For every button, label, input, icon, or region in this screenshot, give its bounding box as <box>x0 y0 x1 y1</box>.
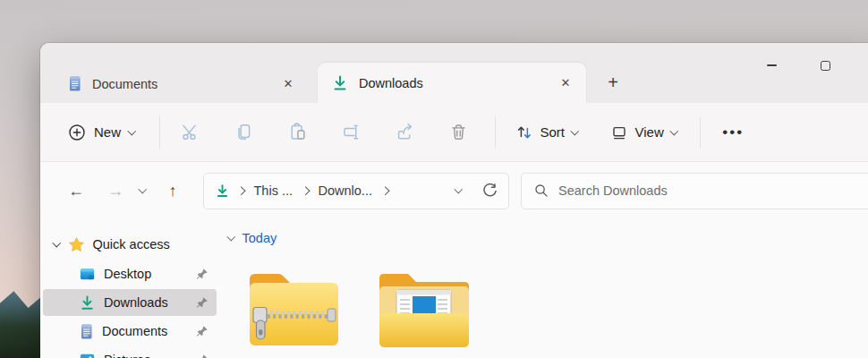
file-list-panel: Today <box>219 219 868 358</box>
maximize-icon <box>821 61 830 71</box>
downloads-icon <box>331 74 349 92</box>
pictures-icon <box>79 352 96 358</box>
maximize-button[interactable] <box>804 51 847 80</box>
chevron-down-icon <box>571 126 579 134</box>
sort-arrows-icon <box>515 124 533 141</box>
pin-icon[interactable] <box>196 296 208 309</box>
sort-button-label: Sort <box>540 124 566 140</box>
up-button[interactable]: ↑ <box>157 175 189 207</box>
sidebar-item-label: Desktop <box>104 267 151 281</box>
chevron-down-icon <box>227 233 235 241</box>
sidebar-item-label: Downloads <box>104 295 168 310</box>
toolbar-divider <box>700 116 701 149</box>
downloads-icon <box>79 294 96 311</box>
sidebar-item-label: Documents <box>102 324 167 338</box>
minimize-icon <box>767 64 777 66</box>
share-button[interactable] <box>386 113 425 152</box>
paste-button[interactable] <box>278 113 318 152</box>
more-options-button[interactable]: ••• <box>711 118 754 147</box>
group-header-label: Today <box>243 231 277 245</box>
sort-button[interactable]: Sort <box>506 115 587 149</box>
sidebar-section-label: Quick access <box>93 237 170 251</box>
tab-label: Downloads <box>359 76 423 90</box>
downloads-icon <box>215 183 230 199</box>
search-box[interactable] <box>521 173 868 209</box>
search-icon <box>534 183 549 198</box>
file-explorer-window: Documents ✕ Downloads ✕ + N <box>40 43 868 358</box>
breadcrumb-downloads[interactable]: Downlo... <box>317 181 374 200</box>
documents-icon <box>67 75 82 92</box>
star-icon <box>68 236 85 253</box>
sidebar-item-pictures[interactable]: Pictures <box>43 346 217 358</box>
sidebar-item-quick-access[interactable]: Quick access <box>43 231 217 258</box>
view-button[interactable]: View <box>601 115 686 149</box>
toolbar-divider <box>159 116 160 149</box>
navigation-pane: Quick access Desktop <box>40 219 219 358</box>
breadcrumb-separator-icon <box>302 186 310 194</box>
rename-button[interactable] <box>332 113 371 152</box>
minimize-button[interactable] <box>750 51 793 80</box>
file-item-folder-with-documents[interactable] <box>373 267 475 350</box>
plus-circle-icon <box>68 124 86 141</box>
breadcrumb-separator-icon <box>381 186 389 194</box>
chevron-down-icon <box>128 126 136 134</box>
close-tab-icon[interactable]: ✕ <box>554 72 577 95</box>
view-button-label: View <box>635 124 664 140</box>
content-area: Quick access Desktop <box>40 219 868 358</box>
tab-documents[interactable]: Documents ✕ <box>54 64 309 103</box>
new-button[interactable]: New <box>58 115 145 149</box>
forward-button[interactable]: → <box>99 175 132 207</box>
sidebar-item-label: Pictures <box>104 353 150 358</box>
pin-icon[interactable] <box>196 268 208 280</box>
toolbar-divider <box>495 116 496 149</box>
close-tab-icon[interactable]: ✕ <box>277 72 300 96</box>
tab-strip: Documents ✕ Downloads ✕ + <box>54 63 629 103</box>
delete-button[interactable] <box>439 113 479 152</box>
caption-buttons <box>750 51 847 80</box>
sidebar-item-desktop[interactable]: Desktop <box>43 260 217 287</box>
desktop-icon <box>79 266 96 283</box>
tab-bar: Documents ✕ Downloads ✕ + <box>40 43 868 103</box>
chevron-down-icon[interactable] <box>53 239 61 247</box>
back-button[interactable]: ← <box>60 175 92 207</box>
chevron-down-icon <box>669 126 677 134</box>
navigation-bar: ← → ↑ This ... Downlo... <box>40 162 868 219</box>
address-dropdown-icon[interactable] <box>454 185 462 193</box>
file-items <box>243 267 868 350</box>
new-tab-button[interactable]: + <box>597 66 629 98</box>
group-header-today[interactable]: Today <box>228 231 868 245</box>
tab-label: Documents <box>92 77 157 91</box>
new-button-label: New <box>94 124 121 140</box>
sidebar-item-documents[interactable]: Documents <box>43 318 217 345</box>
pin-icon[interactable] <box>196 325 208 337</box>
tab-downloads-active[interactable]: Downloads ✕ <box>318 63 586 103</box>
zipped-folder-icon <box>243 267 345 350</box>
breadcrumb-separator-icon <box>237 186 245 194</box>
address-bar[interactable]: This ... Downlo... <box>203 173 509 209</box>
refresh-icon[interactable] <box>482 183 498 199</box>
copy-button[interactable] <box>225 113 264 152</box>
view-icon <box>610 124 628 141</box>
cut-button[interactable] <box>171 113 210 152</box>
sidebar-item-downloads[interactable]: Downloads <box>43 289 217 316</box>
search-input[interactable] <box>558 183 865 198</box>
documents-icon <box>79 323 94 340</box>
recent-locations-button[interactable] <box>132 189 153 192</box>
command-bar: New <box>40 103 868 162</box>
breadcrumb-this-pc[interactable]: This ... <box>252 181 295 200</box>
file-item-zipped-folder[interactable] <box>243 267 345 350</box>
folder-with-documents-icon <box>373 267 475 350</box>
pin-icon[interactable] <box>196 354 208 358</box>
chevron-down-icon <box>138 185 146 193</box>
